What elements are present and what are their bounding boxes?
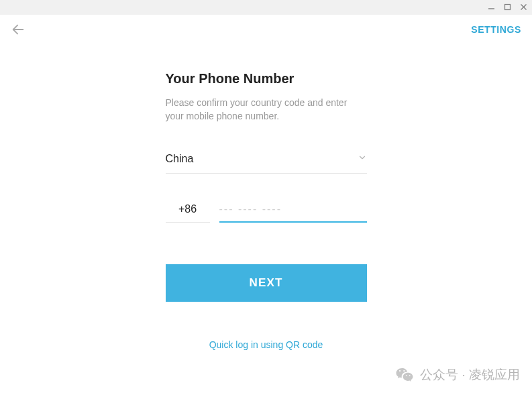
back-button[interactable] — [11, 22, 25, 37]
window-titlebar — [0, 0, 532, 15]
qr-login-link[interactable]: Quick log in using QR code — [166, 339, 367, 350]
page-subtitle: Please confirm your country code and ent… — [166, 96, 367, 123]
watermark-text: 公众号 · 凌锐应用 — [420, 366, 520, 384]
country-selected-label: China — [166, 153, 194, 165]
topbar: SETTINGS — [0, 15, 532, 44]
next-button[interactable]: NEXT — [166, 264, 367, 302]
phone-field-wrap — [219, 203, 367, 223]
svg-rect-1 — [504, 4, 510, 9]
maximize-button[interactable] — [502, 3, 512, 12]
country-code-field-wrap — [166, 203, 210, 223]
wechat-icon — [394, 365, 415, 385]
country-select[interactable]: China — [166, 153, 367, 174]
country-code-input[interactable] — [166, 203, 210, 215]
settings-link[interactable]: SETTINGS — [471, 24, 521, 35]
chevron-down-icon — [358, 153, 367, 165]
phone-row — [166, 203, 367, 223]
arrow-left-icon — [11, 22, 25, 37]
close-button[interactable] — [519, 3, 528, 12]
page-title: Your Phone Number — [166, 71, 367, 87]
login-form: Your Phone Number Please confirm your co… — [166, 71, 367, 350]
watermark: 公众号 · 凌锐应用 — [394, 365, 520, 385]
phone-number-input[interactable] — [219, 203, 367, 215]
minimize-button[interactable] — [486, 3, 496, 12]
